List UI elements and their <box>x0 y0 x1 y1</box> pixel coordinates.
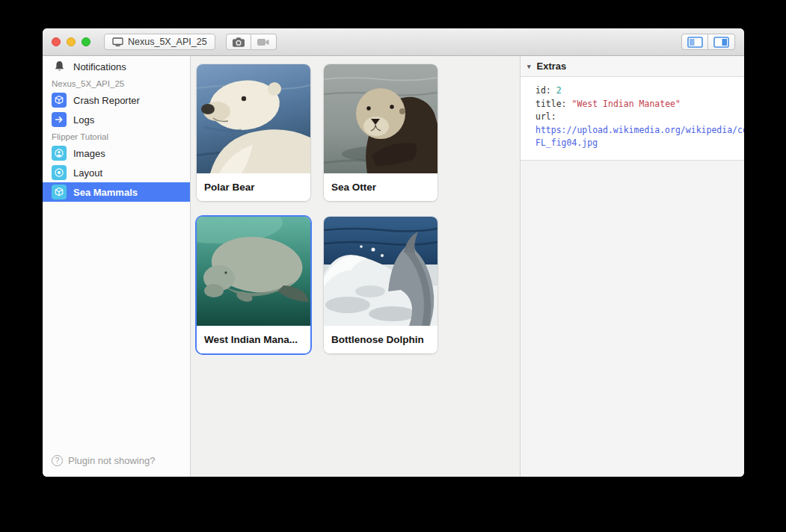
json-row-title: title:"West Indian Manatee" <box>535 98 744 111</box>
json-row-url-value[interactable]: https://upload.wikimedia.org/wikipedia/c… <box>535 124 744 137</box>
sidebar-item-images[interactable]: Images <box>43 143 190 163</box>
capture-controls <box>226 34 277 50</box>
device-selector-label: Nexus_5X_API_25 <box>128 37 207 47</box>
sidebar-item-sea-mammals[interactable]: Sea Mammals <box>43 182 190 202</box>
bell-icon <box>52 61 67 72</box>
card-polar-bear[interactable]: Polar Bear <box>197 64 310 201</box>
sidebar-item-logs[interactable]: Logs <box>43 110 190 129</box>
card-bottlenose-dolphin[interactable]: Bottlenose Dolphin <box>324 217 437 353</box>
panel-toggles <box>681 34 735 50</box>
sidebar-item-label: Crash Reporter <box>73 95 140 106</box>
card-title: Bottlenose Dolphin <box>324 326 437 353</box>
crash-reporter-cube-icon <box>52 93 67 108</box>
sidebar-section-tutorial: Flipper Tutorial <box>43 129 190 143</box>
traffic-lights <box>52 37 90 46</box>
sidebar-item-layout[interactable]: Layout <box>43 163 190 182</box>
json-string-value: "West Indian Manatee" <box>572 99 681 109</box>
sidebar-item-label: Sea Mammals <box>73 187 138 198</box>
main-content: Polar Bear <box>191 56 520 477</box>
layout-target-icon <box>52 165 67 180</box>
json-row-url-value-2[interactable]: FL_fig04.jpg <box>535 137 744 150</box>
minimize-button[interactable] <box>67 37 76 46</box>
extras-json-viewer: id:2 title:"West Indian Manatee" url: ht… <box>521 77 744 161</box>
sidebar-item-label: Images <box>73 148 105 159</box>
extras-empty-area <box>521 161 744 477</box>
close-button[interactable] <box>52 37 61 46</box>
help-question-icon: ? <box>52 455 63 466</box>
toggle-right-sidebar-button[interactable] <box>708 34 735 50</box>
logs-arrow-icon <box>52 112 67 127</box>
json-key: id: <box>535 85 551 96</box>
card-sea-otter[interactable]: Sea Otter <box>324 64 437 201</box>
card-title: West Indian Mana... <box>197 326 310 353</box>
json-row-id: id:2 <box>535 84 744 98</box>
card-west-indian-manatee[interactable]: West Indian Mana... <box>197 217 310 353</box>
screenshot-button[interactable] <box>226 34 251 50</box>
sidebar-item-label: Layout <box>73 167 102 179</box>
extras-panel: ▾ Extras id:2 title:"West Indian Manatee… <box>520 56 744 477</box>
json-key: url: <box>535 111 556 122</box>
toggle-left-sidebar-button[interactable] <box>681 34 708 50</box>
sidebar-item-notifications[interactable]: Notifications <box>43 57 190 76</box>
zoom-button[interactable] <box>82 37 90 46</box>
sea-mammals-cube-icon <box>52 185 67 200</box>
left-panel-toggle-icon <box>687 37 703 48</box>
polar-bear-image <box>197 64 310 173</box>
device-selector-button[interactable]: Nexus_5X_API_25 <box>104 34 215 50</box>
extras-title: Extras <box>537 61 567 72</box>
json-number-value: 2 <box>556 85 562 96</box>
right-panel-toggle-icon <box>713 37 729 48</box>
sea-otter-image <box>324 64 437 173</box>
card-title: Sea Otter <box>324 173 437 201</box>
camera-icon <box>232 37 245 48</box>
sidebar-item-label: Logs <box>73 114 94 126</box>
video-camera-icon <box>257 37 270 47</box>
image-card-grid: Polar Bear <box>197 64 437 353</box>
screen-record-button[interactable] <box>251 34 277 50</box>
plugin-sidebar: Notifications Nexus_5X_API_25 Crash Repo… <box>43 56 191 477</box>
toolbar: Nexus_5X_API_25 <box>43 28 744 56</box>
card-title: Polar Bear <box>197 173 310 201</box>
window-body: Notifications Nexus_5X_API_25 Crash Repo… <box>43 56 744 477</box>
app-window: Nexus_5X_API_25 <box>43 28 744 477</box>
dolphin-image <box>324 217 437 326</box>
disclosure-triangle-icon: ▾ <box>527 63 531 70</box>
sidebar-item-label: Notifications <box>73 61 126 72</box>
sidebar-section-device: Nexus_5X_API_25 <box>43 76 190 90</box>
json-row-url-key: url: <box>535 111 744 124</box>
json-link-value: FL_fig04.jpg <box>535 137 598 148</box>
plugin-help-label: Plugin not showing? <box>68 455 155 466</box>
json-key: title: <box>535 99 567 109</box>
sidebar-item-crash-reporter[interactable]: Crash Reporter <box>43 90 190 110</box>
images-person-icon <box>52 146 67 161</box>
monitor-icon <box>112 37 123 47</box>
extras-header[interactable]: ▾ Extras <box>521 56 744 77</box>
manatee-image <box>197 217 310 326</box>
plugin-help-link[interactable]: ? Plugin not showing? <box>43 455 190 477</box>
json-link-value: https://upload.wikimedia.org/wikipedia/c… <box>535 125 744 135</box>
